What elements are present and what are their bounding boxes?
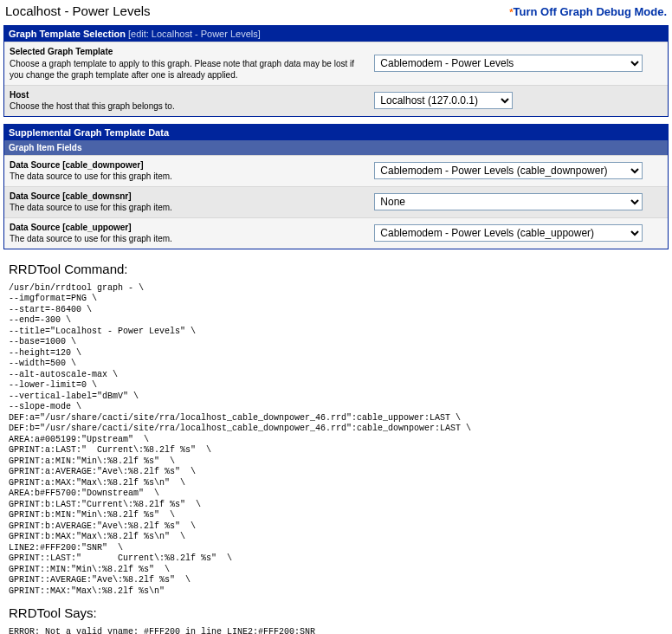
field-desc: The data source to use for this graph it… — [10, 202, 364, 214]
field-title: Data Source [cable_downpower] — [10, 159, 364, 171]
supplemental-graph-template-panel: Supplemental Graph Template Data Graph I… — [3, 124, 669, 249]
panel-header: Supplemental Graph Template Data — [4, 125, 668, 140]
panel-edit-text: [edit: Localhost - Power Levels] — [128, 29, 261, 39]
field-title: Data Source [cable_uppower] — [10, 222, 364, 234]
page-title: Localhost - Power Levels — [5, 3, 151, 18]
field-title: Host — [10, 89, 364, 101]
data-source-downpower-select[interactable]: Cablemodem - Power Levels (cable_downpow… — [374, 162, 643, 179]
graph-template-selection-panel: Graph Template Selection [edit: Localhos… — [3, 25, 669, 117]
panel-title: Supplemental Graph Template Data — [9, 127, 169, 138]
rrd-command-output: /usr/bin/rrdtool graph - \ --imgformat=P… — [9, 281, 663, 606]
field-desc: The data source to use for this graph it… — [10, 233, 364, 245]
field-desc: Choose the host that this graph belongs … — [10, 100, 364, 113]
form-row: Data Source [cable_uppower] The data sou… — [4, 217, 668, 249]
field-desc: Choose a graph template to apply to this… — [10, 58, 364, 81]
panel-subheader: Graph Item Fields — [4, 140, 668, 155]
form-row: Data Source [cable_downsnr] The data sou… — [4, 186, 668, 217]
rrd-command-heading: RRDTool Command: — [9, 262, 663, 276]
data-source-downsnr-select[interactable]: None — [374, 193, 643, 210]
debug-mode-link[interactable]: *Turn Off Graph Debug Mode. — [509, 5, 667, 18]
panel-title: Graph Template Selection — [9, 29, 126, 39]
field-desc: The data source to use for this graph it… — [10, 171, 364, 183]
rrd-says-heading: RRDTool Says: — [9, 605, 663, 620]
field-title: Selected Graph Template — [10, 46, 364, 58]
rrd-says-output: ERROR: Not a valid vname: #FFF200 in lin… — [9, 625, 663, 634]
form-row: Selected Graph Template Choose a graph t… — [4, 42, 668, 85]
graph-template-select[interactable]: Cablemodem - Power Levels — [374, 55, 643, 72]
form-row: Data Source [cable_downpower] The data s… — [4, 155, 668, 186]
data-source-uppower-select[interactable]: Cablemodem - Power Levels (cable_uppower… — [374, 224, 643, 242]
panel-header: Graph Template Selection [edit: Localhos… — [4, 26, 668, 42]
form-row: Host Choose the host that this graph bel… — [4, 85, 668, 116]
host-select[interactable]: Localhost (127.0.0.1) — [374, 92, 513, 109]
field-title: Data Source [cable_downsnr] — [10, 191, 364, 203]
